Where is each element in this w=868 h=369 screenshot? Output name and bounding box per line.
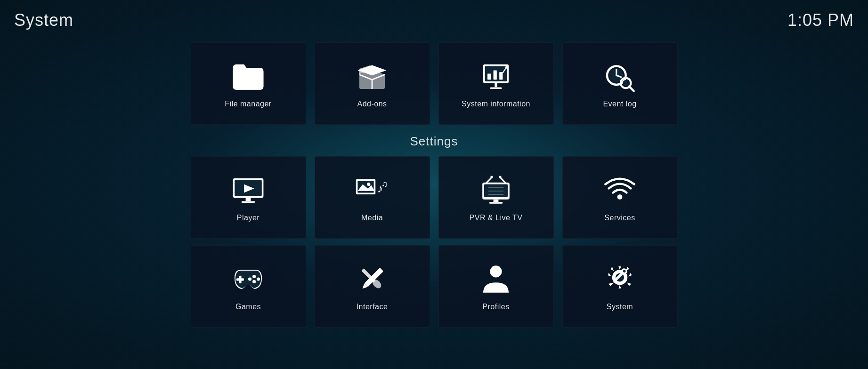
clock-display: 1:05 PM	[787, 10, 854, 30]
svg-point-29	[490, 176, 493, 178]
svg-line-14	[629, 86, 634, 91]
sysinfo-icon	[479, 59, 513, 93]
settings-heading: Settings	[410, 134, 458, 149]
tile-games-label: Games	[235, 303, 261, 311]
svg-rect-32	[484, 184, 508, 197]
svg-point-41	[252, 275, 256, 278]
svg-point-24	[367, 182, 370, 185]
svg-text:♫: ♫	[381, 179, 388, 188]
top-row: File manager Add-ons	[191, 42, 678, 125]
player-icon	[231, 173, 265, 207]
svg-point-43	[252, 280, 256, 283]
tile-add-ons[interactable]: Add-ons	[315, 42, 430, 125]
svg-point-38	[617, 194, 623, 200]
profiles-icon	[479, 262, 513, 296]
svg-point-44	[248, 277, 251, 281]
tile-system-information-label: System information	[462, 100, 530, 108]
svg-rect-4	[499, 72, 503, 80]
tile-pvr-label: PVR & Live TV	[470, 214, 523, 222]
tile-event-log[interactable]: Event log	[562, 42, 678, 125]
tile-profiles[interactable]: Profiles	[438, 245, 554, 328]
settings-row-1: Player ♪ ♫ Media	[191, 156, 678, 239]
tile-games[interactable]: Games	[191, 245, 306, 328]
svg-rect-19	[246, 198, 251, 201]
tile-pvr[interactable]: PVR & Live TV	[438, 156, 554, 239]
tile-media-label: Media	[361, 214, 383, 222]
svg-point-8	[505, 66, 508, 68]
settings-row-2: Games Int	[191, 245, 678, 328]
tile-profiles-label: Profiles	[482, 303, 509, 311]
tile-player[interactable]: Player	[191, 156, 306, 239]
svg-point-42	[257, 277, 260, 281]
tile-event-log-label: Event log	[603, 100, 636, 108]
svg-rect-37	[489, 202, 503, 204]
page-title: System	[14, 10, 73, 30]
tile-services-label: Services	[604, 214, 635, 222]
tile-player-label: Player	[237, 214, 260, 222]
svg-rect-36	[494, 199, 499, 201]
games-icon	[231, 262, 265, 296]
tile-interface-label: Interface	[357, 303, 388, 311]
svg-rect-20	[242, 201, 255, 203]
svg-rect-2	[487, 73, 491, 80]
tile-interface[interactable]: Interface	[315, 245, 430, 328]
svg-rect-6	[490, 87, 502, 89]
folder-icon	[231, 59, 265, 93]
svg-rect-40	[236, 278, 244, 281]
svg-point-15	[623, 80, 629, 86]
svg-rect-5	[495, 83, 497, 87]
tile-system-information[interactable]: System information	[438, 42, 554, 125]
addons-icon	[355, 59, 389, 93]
pvr-icon	[479, 173, 513, 207]
tile-system-settings-label: System	[607, 303, 633, 311]
tile-system-settings[interactable]: System	[562, 245, 678, 328]
svg-rect-3	[494, 70, 497, 80]
svg-line-28	[500, 177, 505, 183]
tile-add-ons-label: Add-ons	[357, 100, 387, 108]
services-icon	[603, 173, 637, 207]
system-icon	[603, 262, 637, 296]
main-content: File manager Add-ons	[0, 38, 868, 369]
tile-media[interactable]: ♪ ♫ Media	[315, 156, 430, 239]
svg-point-30	[499, 176, 501, 178]
tile-file-manager-label: File manager	[225, 100, 271, 108]
media-icon: ♪ ♫	[355, 173, 389, 207]
svg-line-27	[487, 177, 492, 183]
tile-services[interactable]: Services	[562, 156, 678, 239]
eventlog-icon	[603, 59, 637, 93]
tile-file-manager[interactable]: File manager	[191, 42, 306, 125]
interface-icon	[355, 262, 389, 296]
svg-point-50	[490, 265, 502, 277]
